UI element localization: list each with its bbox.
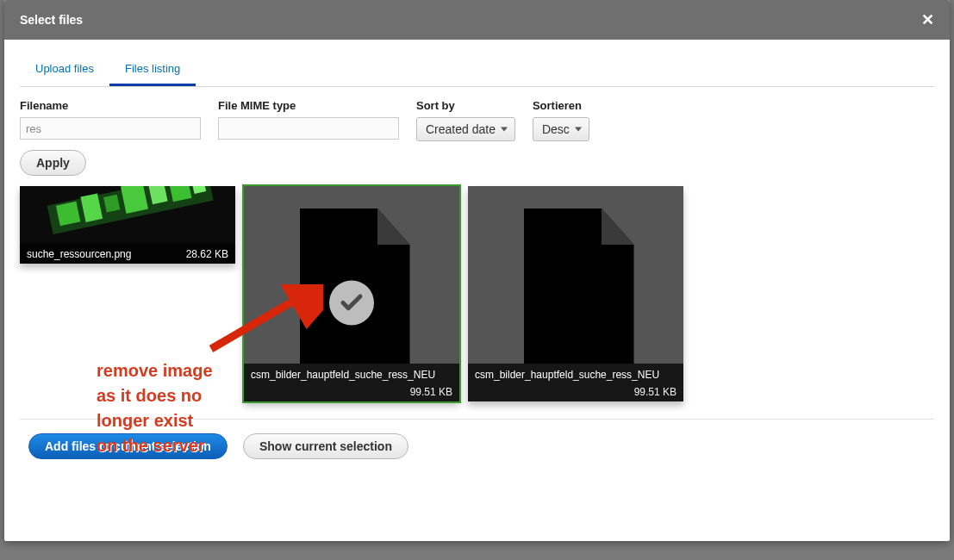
add-files-button[interactable]: Add files to current selection [28,433,228,459]
sortby-field: Sort by Created date [416,99,515,141]
files-grid: suche_ressourcen.png 28.62 KB csm_bilder… [20,186,934,401]
file-tile[interactable]: csm_bilder_hauptfeld_suche_ress_NEU 99.5… [244,186,459,401]
file-tile[interactable]: suche_ressourcen.png 28.62 KB [20,186,235,264]
footer-buttons: Add files to current selection Show curr… [20,433,934,459]
file-name: csm_bilder_hauptfeld_suche_ress_NEU [475,369,677,381]
file-overlay: csm_bilder_hauptfeld_suche_ress_NEU 99.5… [244,364,459,401]
order-field: Sortieren Desc [533,99,589,141]
filename-input[interactable] [20,117,201,140]
document-icon [511,208,640,364]
svg-rect-2 [56,202,80,226]
apply-row: Apply [20,150,934,176]
file-overlay: csm_bilder_hauptfeld_suche_ress_NEU 99.5… [468,364,683,401]
mime-field: File MIME type [218,99,399,141]
tab-files-listing[interactable]: Files listing [109,57,196,86]
chevron-down-icon [501,128,508,132]
sortby-select[interactable]: Created date [416,117,515,141]
order-select[interactable]: Desc [533,117,589,141]
show-selection-button[interactable]: Show current selection [243,433,408,459]
filters-row: Filename File MIME type Sort by Created … [20,99,934,141]
sortby-label: Sort by [416,99,515,112]
divider [20,419,934,420]
tabs: Upload files Files listing [20,57,934,87]
file-name: csm_bilder_hauptfeld_suche_ress_NEU [251,369,452,381]
close-icon[interactable]: ✕ [921,10,934,29]
file-size: 28.62 KB [186,248,228,260]
file-overlay: suche_ressourcen.png 28.62 KB [20,243,235,264]
filename-field: Filename [20,99,201,141]
mime-input[interactable] [218,117,399,140]
chevron-down-icon [575,128,582,132]
selected-check-icon [329,280,374,325]
order-value: Desc [542,122,570,136]
file-tile[interactable]: csm_bilder_hauptfeld_suche_ress_NEU 99.5… [468,186,683,401]
tab-upload-files[interactable]: Upload files [20,57,109,86]
mime-label: File MIME type [218,99,399,112]
modal-title: Select files [20,13,83,27]
modal-header: Select files ✕ [4,0,950,40]
select-files-modal: Select files ✕ Upload files Files listin… [4,0,950,541]
file-name: suche_ressourcen.png [27,248,131,260]
modal-body: Upload files Files listing Filename File… [4,40,950,475]
sortby-value: Created date [426,122,496,136]
filename-label: Filename [20,99,201,112]
file-size: 99.51 KB [475,386,677,398]
apply-button[interactable]: Apply [20,150,86,176]
file-size: 99.51 KB [251,386,452,398]
order-label: Sortieren [533,99,589,112]
